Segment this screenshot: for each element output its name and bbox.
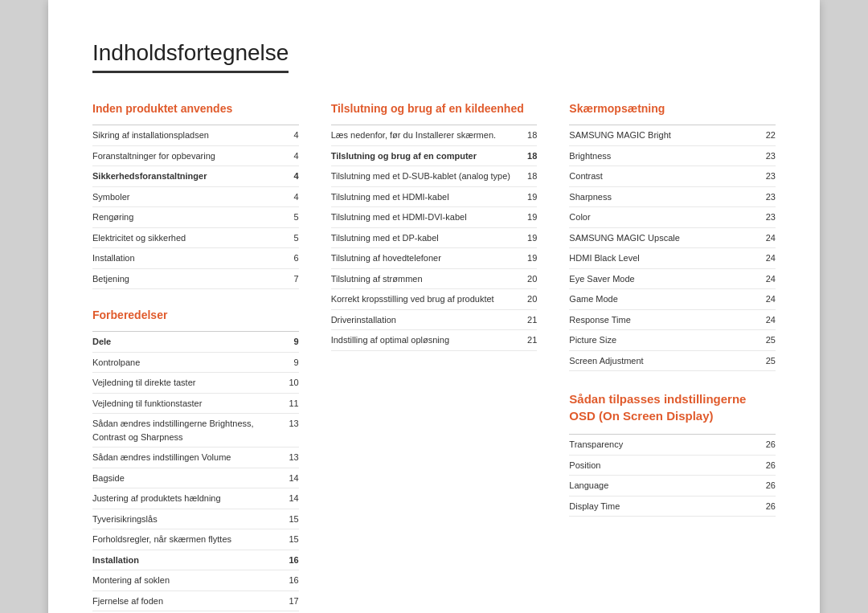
section-skaerm-list: SAMSUNG MAGIC Bright 22 Brightness 23 Co… [569, 125, 776, 371]
list-item: Sharpness 23 [569, 187, 776, 208]
list-item: Tilslutning med et HDMI-DVI-kabel 19 [331, 207, 538, 228]
list-item: Kontrolpane 9 [92, 353, 299, 374]
section-osd-list: Transparency 26 Position 26 Language 26 … [569, 434, 776, 517]
list-item: Tyverisikringslås 15 [92, 509, 299, 530]
list-item: Response Time 24 [569, 310, 776, 331]
list-item: Sådan ændres indstillingen Volume 13 [92, 447, 299, 468]
section-tilslutning-list: Læs nedenfor, før du Installerer skærmen… [331, 125, 538, 351]
list-item: Screen Adjustment 25 [569, 351, 776, 372]
section-inden-title: Inden produktet anvendes [92, 102, 299, 115]
list-item: Forholdsregler, når skærmen flyttes 15 [92, 529, 299, 550]
section-osd: Sådan tilpasses indstillingerneOSD (On S… [569, 390, 776, 517]
list-item: Betjening 7 [92, 269, 299, 290]
list-item: Foranstaltninger for opbevaring 4 [92, 146, 299, 167]
section-skaerm: Skærmopsætning SAMSUNG MAGIC Bright 22 B… [569, 102, 776, 371]
list-item: Transparency 26 [569, 435, 776, 456]
list-item: SAMSUNG MAGIC Upscale 24 [569, 228, 776, 249]
list-item: Vejledning til direkte taster 10 [92, 373, 299, 394]
section-tilslutning-title: Tilslutning og brug af en kildeenhed [331, 102, 538, 115]
list-item: Tilslutning med et HDMI-kabel 19 [331, 187, 538, 208]
page-title: Indholdsfortegnelse [92, 40, 289, 73]
content-grid: Inden produktet anvendes Sikring af inst… [92, 102, 776, 613]
section-tilslutning: Tilslutning og brug af en kildeenhed Læs… [331, 102, 538, 351]
col-middle: Tilslutning og brug af en kildeenhed Læs… [331, 102, 538, 613]
list-item: Symboler 4 [92, 187, 299, 208]
list-item: Installation 16 [92, 550, 299, 571]
list-item: Brightness 23 [569, 146, 776, 167]
list-item: Bagside 14 [92, 468, 299, 489]
list-item: Picture Size 25 [569, 330, 776, 351]
list-item: SAMSUNG MAGIC Bright 22 [569, 125, 776, 146]
list-item: Game Mode 24 [569, 289, 776, 310]
list-item: Fjernelse af foden 17 [92, 591, 299, 612]
list-item: Tilslutning af hovedtelefoner 19 [331, 248, 538, 269]
section-skaerm-title: Skærmopsætning [569, 102, 776, 115]
list-item: Sikring af installationspladsen 4 [92, 125, 299, 146]
list-item: Driverinstallation 21 [331, 310, 538, 331]
list-item: Color 23 [569, 207, 776, 228]
list-item: Tilslutning og brug af en computer 18 [331, 146, 538, 167]
list-item: Vejledning til funktionstaster 11 [92, 394, 299, 415]
col-right: Skærmopsætning SAMSUNG MAGIC Bright 22 B… [569, 102, 776, 613]
section-osd-title: Sådan tilpasses indstillingerneOSD (On S… [569, 390, 776, 424]
section-forberedelser-list: Dele 9 Kontrolpane 9 Vejledning til dire… [92, 331, 299, 611]
list-item: Installation 6 [92, 248, 299, 269]
section-forberedelser-title: Forberedelser [92, 309, 299, 321]
page: Indholdsfortegnelse Inden produktet anve… [48, 0, 820, 613]
list-item: Korrekt kropsstilling ved brug af produk… [331, 289, 538, 310]
list-item: Læs nedenfor, før du Installerer skærmen… [331, 125, 538, 146]
list-item: Display Time 26 [569, 497, 776, 517]
list-item: Justering af produktets hældning 14 [92, 488, 299, 509]
list-item: Position 26 [569, 456, 776, 476]
list-item: Rengøring 5 [92, 207, 299, 228]
list-item: Dele 9 [92, 332, 299, 353]
list-item: Tilslutning med et DP-kabel 19 [331, 228, 538, 249]
list-item: Language 26 [569, 476, 776, 497]
list-item: Contrast 23 [569, 166, 776, 187]
col-left: Inden produktet anvendes Sikring af inst… [92, 102, 299, 613]
list-item: Sådan ændres indstillingerne Brightness,… [92, 414, 299, 447]
list-item: Eye Saver Mode 24 [569, 269, 776, 290]
list-item: Elektricitet og sikkerhed 5 [92, 228, 299, 249]
list-item: Tilslutning med et D-SUB-kablet (analog … [331, 166, 538, 187]
section-inden: Inden produktet anvendes Sikring af inst… [92, 102, 299, 289]
list-item: Sikkerhedsforanstaltninger 4 [92, 166, 299, 187]
list-item: HDMI Black Level 24 [569, 248, 776, 269]
section-inden-list: Sikring af installationspladsen 4 Forans… [92, 125, 299, 289]
section-forberedelser: Forberedelser Dele 9 Kontrolpane 9 Vejle… [92, 309, 299, 611]
list-item: Indstilling af optimal opløsning 21 [331, 330, 538, 351]
list-item: Montering af soklen 16 [92, 570, 299, 591]
list-item: Tilslutning af strømmen 20 [331, 269, 538, 290]
